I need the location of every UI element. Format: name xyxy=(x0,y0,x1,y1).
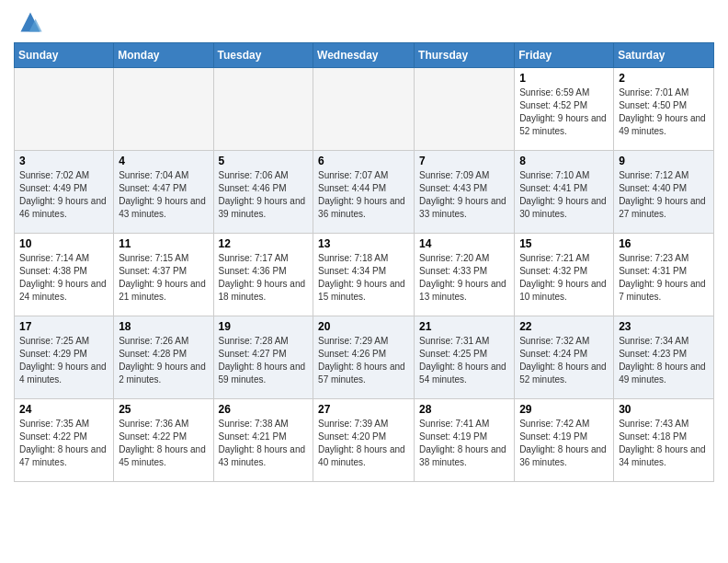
header xyxy=(14,9,714,35)
day-number: 18 xyxy=(119,320,208,333)
day-info: Sunrise: 7:06 AM Sunset: 4:46 PM Dayligh… xyxy=(219,169,309,221)
day-number: 21 xyxy=(419,320,509,333)
day-number: 8 xyxy=(519,155,609,167)
logo xyxy=(14,9,43,35)
day-info: Sunrise: 7:07 AM Sunset: 4:44 PM Dayligh… xyxy=(318,169,409,221)
calendar-header-saturday: Saturday xyxy=(614,43,714,68)
day-number: 3 xyxy=(19,155,108,167)
day-info: Sunrise: 7:21 AM Sunset: 4:32 PM Dayligh… xyxy=(519,252,609,304)
calendar-cell: 12Sunrise: 7:17 AM Sunset: 4:36 PM Dayli… xyxy=(213,234,313,316)
calendar-cell: 14Sunrise: 7:20 AM Sunset: 4:33 PM Dayli… xyxy=(415,234,515,316)
calendar-header-wednesday: Wednesday xyxy=(313,43,415,68)
calendar-cell: 25Sunrise: 7:36 AM Sunset: 4:22 PM Dayli… xyxy=(114,399,213,482)
calendar-header-thursday: Thursday xyxy=(415,43,515,68)
day-number: 9 xyxy=(619,155,709,167)
day-number: 26 xyxy=(219,403,309,416)
calendar-week-2: 3Sunrise: 7:02 AM Sunset: 4:49 PM Daylig… xyxy=(15,151,714,234)
day-info: Sunrise: 7:18 AM Sunset: 4:34 PM Dayligh… xyxy=(318,252,409,304)
calendar-cell: 1Sunrise: 6:59 AM Sunset: 4:52 PM Daylig… xyxy=(515,68,614,151)
day-info: Sunrise: 7:41 AM Sunset: 4:19 PM Dayligh… xyxy=(419,418,509,469)
calendar-cell: 7Sunrise: 7:09 AM Sunset: 4:43 PM Daylig… xyxy=(415,151,515,234)
day-number: 13 xyxy=(318,237,409,250)
day-info: Sunrise: 7:12 AM Sunset: 4:40 PM Dayligh… xyxy=(619,169,709,221)
day-number: 7 xyxy=(419,155,509,167)
calendar-cell: 10Sunrise: 7:14 AM Sunset: 4:38 PM Dayli… xyxy=(15,234,114,316)
calendar-cell: 21Sunrise: 7:31 AM Sunset: 4:25 PM Dayli… xyxy=(415,316,515,399)
day-info: Sunrise: 7:34 AM Sunset: 4:23 PM Dayligh… xyxy=(619,335,709,386)
day-info: Sunrise: 7:04 AM Sunset: 4:47 PM Dayligh… xyxy=(119,169,208,221)
calendar-cell: 9Sunrise: 7:12 AM Sunset: 4:40 PM Daylig… xyxy=(614,151,714,234)
calendar-cell: 27Sunrise: 7:39 AM Sunset: 4:20 PM Dayli… xyxy=(313,399,415,482)
day-number: 11 xyxy=(119,237,208,250)
calendar-cell: 28Sunrise: 7:41 AM Sunset: 4:19 PM Dayli… xyxy=(415,399,515,482)
calendar-cell: 16Sunrise: 7:23 AM Sunset: 4:31 PM Dayli… xyxy=(614,234,714,316)
day-number: 6 xyxy=(318,155,409,167)
day-info: Sunrise: 7:42 AM Sunset: 4:19 PM Dayligh… xyxy=(519,418,609,469)
calendar-cell: 6Sunrise: 7:07 AM Sunset: 4:44 PM Daylig… xyxy=(313,151,415,234)
day-info: Sunrise: 7:39 AM Sunset: 4:20 PM Dayligh… xyxy=(318,418,409,469)
day-number: 30 xyxy=(619,403,709,416)
calendar-cell: 26Sunrise: 7:38 AM Sunset: 4:21 PM Dayli… xyxy=(213,399,313,482)
day-number: 17 xyxy=(19,320,108,333)
day-info: Sunrise: 7:38 AM Sunset: 4:21 PM Dayligh… xyxy=(219,418,309,469)
day-number: 5 xyxy=(219,155,309,167)
calendar-cell: 11Sunrise: 7:15 AM Sunset: 4:37 PM Dayli… xyxy=(114,234,213,316)
day-info: Sunrise: 7:10 AM Sunset: 4:41 PM Dayligh… xyxy=(519,169,609,221)
day-info: Sunrise: 7:23 AM Sunset: 4:31 PM Dayligh… xyxy=(619,252,709,304)
calendar-cell: 17Sunrise: 7:25 AM Sunset: 4:29 PM Dayli… xyxy=(15,316,114,399)
calendar-cell: 8Sunrise: 7:10 AM Sunset: 4:41 PM Daylig… xyxy=(515,151,614,234)
day-info: Sunrise: 7:01 AM Sunset: 4:50 PM Dayligh… xyxy=(619,86,709,138)
day-info: Sunrise: 7:26 AM Sunset: 4:28 PM Dayligh… xyxy=(119,335,208,386)
page-container: SundayMondayTuesdayWednesdayThursdayFrid… xyxy=(0,0,728,491)
day-number: 15 xyxy=(519,237,609,250)
day-number: 23 xyxy=(619,320,709,333)
day-info: Sunrise: 7:15 AM Sunset: 4:37 PM Dayligh… xyxy=(119,252,208,304)
day-number: 22 xyxy=(519,320,609,333)
day-number: 20 xyxy=(318,320,409,333)
calendar-header-sunday: Sunday xyxy=(15,43,114,68)
calendar-cell: 30Sunrise: 7:43 AM Sunset: 4:18 PM Dayli… xyxy=(614,399,714,482)
day-number: 16 xyxy=(619,237,709,250)
calendar-week-5: 24Sunrise: 7:35 AM Sunset: 4:22 PM Dayli… xyxy=(15,399,714,482)
day-info: Sunrise: 7:17 AM Sunset: 4:36 PM Dayligh… xyxy=(219,252,309,304)
day-info: Sunrise: 7:25 AM Sunset: 4:29 PM Dayligh… xyxy=(19,335,108,386)
calendar-cell: 4Sunrise: 7:04 AM Sunset: 4:47 PM Daylig… xyxy=(114,151,213,234)
calendar-cell: 22Sunrise: 7:32 AM Sunset: 4:24 PM Dayli… xyxy=(515,316,614,399)
day-number: 19 xyxy=(219,320,309,333)
calendar-cell: 18Sunrise: 7:26 AM Sunset: 4:28 PM Dayli… xyxy=(114,316,213,399)
calendar-week-4: 17Sunrise: 7:25 AM Sunset: 4:29 PM Dayli… xyxy=(15,316,714,399)
day-number: 29 xyxy=(519,403,609,416)
calendar-cell: 29Sunrise: 7:42 AM Sunset: 4:19 PM Dayli… xyxy=(515,399,614,482)
calendar-cell: 3Sunrise: 7:02 AM Sunset: 4:49 PM Daylig… xyxy=(15,151,114,234)
day-number: 24 xyxy=(19,403,108,416)
day-info: Sunrise: 7:14 AM Sunset: 4:38 PM Dayligh… xyxy=(19,252,108,304)
calendar-cell: 20Sunrise: 7:29 AM Sunset: 4:26 PM Dayli… xyxy=(313,316,415,399)
logo-icon xyxy=(17,9,43,35)
calendar-cell xyxy=(415,68,515,151)
calendar-cell: 19Sunrise: 7:28 AM Sunset: 4:27 PM Dayli… xyxy=(213,316,313,399)
calendar-cell xyxy=(213,68,313,151)
day-info: Sunrise: 7:43 AM Sunset: 4:18 PM Dayligh… xyxy=(619,418,709,469)
calendar-cell: 15Sunrise: 7:21 AM Sunset: 4:32 PM Dayli… xyxy=(515,234,614,316)
calendar-cell: 2Sunrise: 7:01 AM Sunset: 4:50 PM Daylig… xyxy=(614,68,714,151)
calendar-cell xyxy=(114,68,213,151)
calendar-week-3: 10Sunrise: 7:14 AM Sunset: 4:38 PM Dayli… xyxy=(15,234,714,316)
day-info: Sunrise: 7:31 AM Sunset: 4:25 PM Dayligh… xyxy=(419,335,509,386)
day-number: 4 xyxy=(119,155,208,167)
day-info: Sunrise: 7:02 AM Sunset: 4:49 PM Dayligh… xyxy=(19,169,108,221)
day-number: 1 xyxy=(519,72,609,85)
day-number: 10 xyxy=(19,237,108,250)
calendar-cell xyxy=(313,68,415,151)
day-info: Sunrise: 7:28 AM Sunset: 4:27 PM Dayligh… xyxy=(219,335,309,386)
calendar-cell xyxy=(15,68,114,151)
day-info: Sunrise: 7:20 AM Sunset: 4:33 PM Dayligh… xyxy=(419,252,509,304)
calendar-week-1: 1Sunrise: 6:59 AM Sunset: 4:52 PM Daylig… xyxy=(15,68,714,151)
day-number: 12 xyxy=(219,237,309,250)
day-info: Sunrise: 7:35 AM Sunset: 4:22 PM Dayligh… xyxy=(19,418,108,469)
day-number: 14 xyxy=(419,237,509,250)
day-info: Sunrise: 6:59 AM Sunset: 4:52 PM Dayligh… xyxy=(519,86,609,138)
calendar-header-friday: Friday xyxy=(515,43,614,68)
day-number: 28 xyxy=(419,403,509,416)
day-number: 25 xyxy=(119,403,208,416)
day-info: Sunrise: 7:09 AM Sunset: 4:43 PM Dayligh… xyxy=(419,169,509,221)
